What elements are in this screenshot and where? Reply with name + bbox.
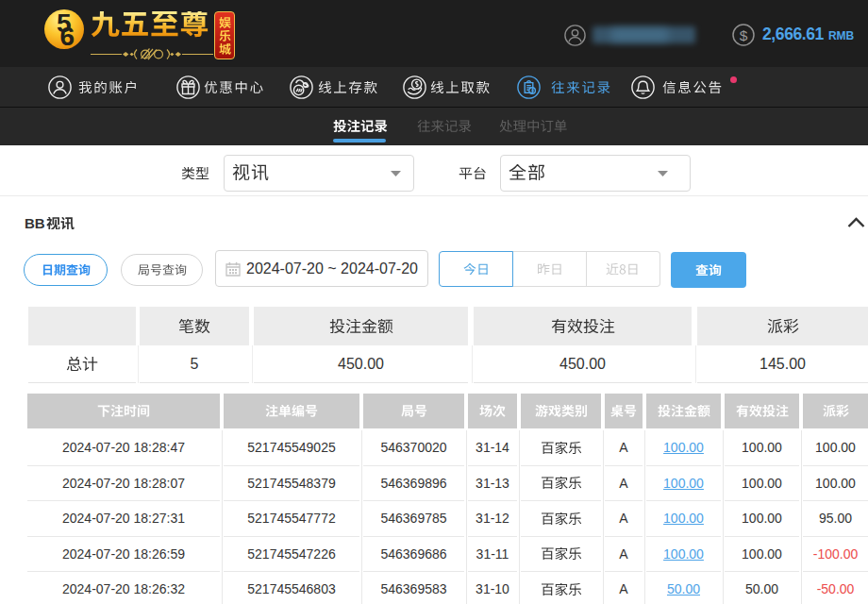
svg-text:9: 9 [59,22,75,50]
svg-text:$: $ [740,27,748,43]
